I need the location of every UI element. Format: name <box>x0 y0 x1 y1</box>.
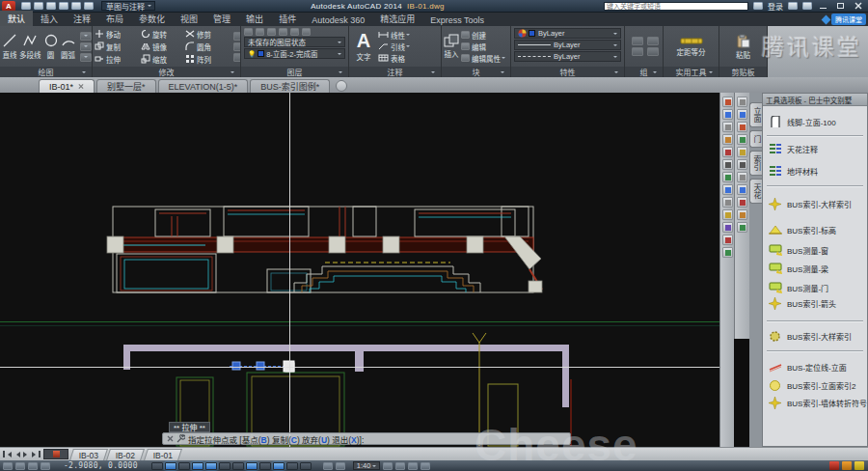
stretch-tool[interactable]: 拉伸 <box>95 54 141 65</box>
palette-item[interactable]: BUS-定位线-立面 <box>769 359 865 374</box>
rectangle-tool-icon[interactable] <box>80 32 92 41</box>
toolbar-icon[interactable] <box>722 209 733 220</box>
prev-layout-icon[interactable] <box>13 450 21 458</box>
annotation-panel-title[interactable]: 注释 <box>349 67 441 77</box>
circle-tool[interactable]: 圆 <box>43 33 59 60</box>
last-layout-icon[interactable] <box>32 450 41 458</box>
toolbar-icon[interactable] <box>737 109 747 120</box>
move-tool[interactable]: 移动 <box>95 29 141 40</box>
toolbar-icon[interactable] <box>722 247 733 258</box>
object-color-dropdown[interactable]: ByLayer <box>514 28 621 39</box>
cleanscreen-icon[interactable] <box>420 462 430 470</box>
palette-tab-elevation[interactable]: 立面 <box>749 102 762 127</box>
toolbar-icon[interactable] <box>722 197 733 208</box>
toolbar-icon[interactable] <box>722 97 733 107</box>
edit-block-tool[interactable]: 编辑 <box>461 42 508 52</box>
ribbon-tab-featured-apps[interactable]: 精选应用 <box>372 11 422 26</box>
annotation-visibility-icon[interactable] <box>383 462 393 470</box>
toolbar-icon[interactable] <box>722 134 733 145</box>
scale-tool[interactable]: 缩放 <box>141 54 185 65</box>
group-tool-icon[interactable] <box>632 37 643 45</box>
palette-item[interactable]: BUS索引-标高 <box>769 222 865 237</box>
rotate-tool[interactable]: 旋转 <box>141 29 185 40</box>
toolbar-icon[interactable] <box>722 159 733 170</box>
erase-tool-icon[interactable] <box>233 32 240 41</box>
toolbar-icon[interactable] <box>737 209 747 220</box>
grid-toggle[interactable] <box>165 462 176 470</box>
create-block-tool[interactable]: 创建 <box>461 30 508 41</box>
leader-tool[interactable]: 引线 <box>378 42 413 52</box>
ducs-toggle[interactable] <box>232 462 244 470</box>
first-layout-icon[interactable] <box>3 450 12 458</box>
file-tab-elevation[interactable]: ELEVATION(1-5)* <box>158 79 249 93</box>
record-icon[interactable] <box>829 461 839 470</box>
ribbon-tab-home[interactable]: 默认 <box>0 11 33 26</box>
toolbar-icon[interactable] <box>737 147 747 157</box>
toolbar-icon[interactable] <box>722 172 733 182</box>
toolbar-icon[interactable] <box>737 222 747 233</box>
layer-off-icon[interactable] <box>256 28 264 36</box>
close-command-icon[interactable] <box>167 435 174 442</box>
autocad-logo-icon[interactable]: A <box>2 1 15 12</box>
tab-close-icon[interactable] <box>78 84 84 90</box>
clipboard-panel-title[interactable]: 剪贴板 <box>719 67 767 77</box>
layout-tab-ib02[interactable]: IB-02 <box>106 449 145 460</box>
palette-item[interactable]: 地坪材料 <box>769 163 865 179</box>
toolbar-icon[interactable] <box>722 235 733 245</box>
arc-tool[interactable]: 圆弧 <box>61 33 76 60</box>
ungroup-tool-icon[interactable] <box>632 47 643 56</box>
file-tab-bus-legend[interactable]: BUS-索引图例* <box>250 79 330 93</box>
exchange-apps-icon[interactable] <box>788 2 798 10</box>
workspace-dropdown[interactable]: 草图与注释 <box>101 1 155 11</box>
utilities-panel-title[interactable]: 实用工具 <box>664 67 719 77</box>
lock-ui-icon[interactable] <box>408 462 418 470</box>
alert-icon[interactable] <box>842 461 852 470</box>
palette-item[interactable]: BUS索引-立面索引2 <box>769 377 865 393</box>
ribbon-tab-layout[interactable]: 布局 <box>98 11 131 26</box>
command-line[interactable]: 指定拉伸点或 [基点(B) 复制(C) 放弃(U) 退出(X)]: <box>162 432 571 445</box>
group-panel-title[interactable]: 组 <box>625 67 663 77</box>
group-edit-icon[interactable] <box>647 37 659 45</box>
ribbon-tab-plugins[interactable]: 插件 <box>271 11 304 26</box>
tpy-toggle[interactable] <box>273 462 285 470</box>
palette-item[interactable]: BUS索引-箭头 <box>769 295 865 311</box>
redo-icon[interactable] <box>84 2 94 10</box>
text-tool[interactable]: A 文字 <box>351 31 376 62</box>
drawing-canvas[interactable]: ** 拉伸 ** 指定拉伸点或 [基点(B) 复制(C) 放弃(U) 退出(X)… <box>0 93 719 447</box>
undo-icon[interactable] <box>71 2 81 10</box>
palette-item[interactable]: BUS索引-大样索引 <box>769 196 865 211</box>
close-button[interactable] <box>852 2 864 11</box>
infer-constraints-icon[interactable] <box>3 462 13 470</box>
signin-link[interactable]: 登录 <box>768 1 783 12</box>
palette-tab-index[interactable]: 索引 <box>749 151 762 176</box>
palette-item[interactable]: 天花注释 <box>769 141 865 156</box>
palette-item[interactable]: BUS索引-墙体转折符号 <box>769 395 865 410</box>
toolbar-icon[interactable] <box>722 122 733 132</box>
layer-dropdown[interactable]: 💡 8-立面-2-完成面 <box>244 48 345 59</box>
osnap-toggle[interactable] <box>205 462 217 470</box>
next-layout-icon[interactable] <box>22 450 31 458</box>
hatch-tool-icon[interactable] <box>80 53 92 62</box>
line-tool[interactable]: 直线 <box>2 33 17 60</box>
qp-toggle[interactable] <box>286 462 298 470</box>
otrack-toggle[interactable] <box>219 462 231 470</box>
file-tab-ib01[interactable]: IB-01* <box>39 79 95 93</box>
layout-tab-ib01[interactable]: IB-01 <box>144 449 182 460</box>
snap-mode-icon[interactable] <box>15 462 25 470</box>
offset-tool-icon[interactable] <box>233 53 240 62</box>
palette-tab-door[interactable]: 门 <box>749 130 762 148</box>
new-tab-button[interactable] <box>336 80 347 92</box>
customize-wrench-icon[interactable] <box>176 434 185 443</box>
layer-freeze-icon[interactable] <box>279 28 287 36</box>
toolbar-icon[interactable] <box>722 147 733 157</box>
palette-item[interactable]: 线脚-立面-100 <box>769 114 865 129</box>
palette-tab-ceiling[interactable]: 天花 <box>749 179 762 204</box>
table-tool[interactable]: 表格 <box>378 53 413 64</box>
ribbon-tab-parametric[interactable]: 参数化 <box>131 11 173 26</box>
quick-view-icon[interactable] <box>336 462 345 470</box>
properties-panel-title[interactable]: 特性 <box>511 67 624 77</box>
group-select-icon[interactable] <box>647 47 659 56</box>
toolbar-icon[interactable] <box>737 97 747 107</box>
edit-attributes-tool[interactable]: 编辑属性 <box>461 53 508 64</box>
layer-match-icon[interactable] <box>302 28 311 36</box>
